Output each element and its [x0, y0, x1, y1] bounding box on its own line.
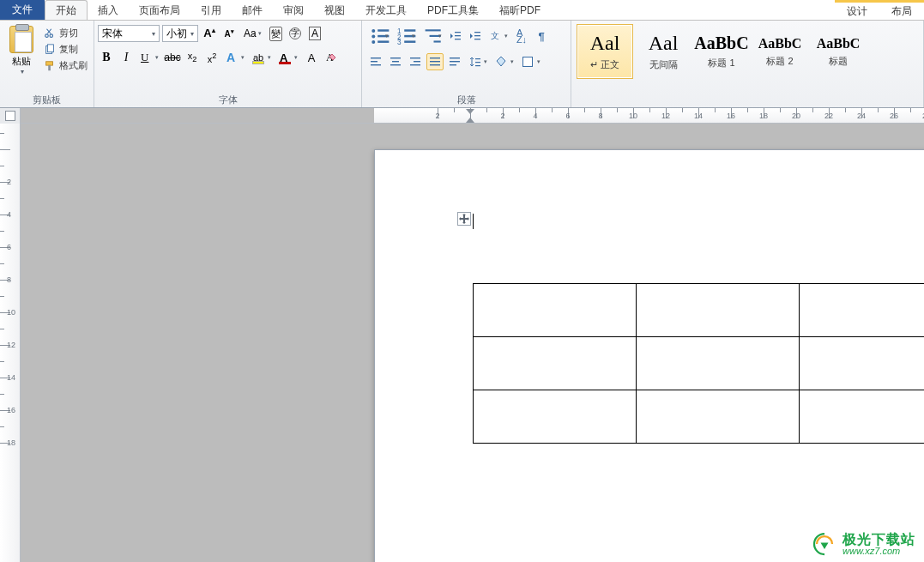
style-标题 2[interactable]: AaBbC标题 2 — [752, 24, 808, 79]
char-shading-button[interactable]: A — [303, 49, 320, 66]
align-center-icon — [390, 56, 402, 68]
context-tabs: 设计布局 — [835, 0, 924, 20]
style-label: 标题 1 — [708, 57, 734, 69]
svg-rect-21 — [434, 40, 441, 42]
svg-rect-39 — [430, 61, 440, 62]
show-marks-button[interactable]: ¶ — [533, 27, 550, 45]
tab-开发工具[interactable]: 开发工具 — [355, 0, 417, 20]
shading-button[interactable]: ▾ — [492, 53, 516, 70]
style-标题 1[interactable]: AaBbC标题 1 — [693, 24, 750, 79]
svg-rect-19 — [426, 29, 441, 31]
bullets-button[interactable]: ▾ — [367, 27, 391, 45]
table-cell[interactable] — [474, 337, 637, 390]
align-justify-icon — [429, 56, 441, 68]
vertical-ruler[interactable]: 24681012141618 — [0, 124, 21, 562]
table-cell[interactable] — [800, 284, 925, 337]
svg-rect-46 — [475, 65, 480, 66]
style-标题[interactable]: AaBbC标题 — [810, 24, 867, 79]
table-move-handle[interactable] — [457, 212, 471, 226]
numbering-button[interactable]: 123▾ — [394, 27, 418, 45]
table-cell[interactable] — [474, 390, 637, 444]
group-styles: Aal↵ 正文Aal无间隔AaBbC标题 1AaBbC标题 2AaBbC标题 — [571, 21, 924, 107]
svg-rect-31 — [371, 64, 381, 65]
subscript-button[interactable]: x2 — [184, 49, 201, 66]
sort-button[interactable]: AZ↓ — [513, 27, 530, 45]
underline-button[interactable]: U▾ — [137, 49, 161, 66]
tab-PDF工具集[interactable]: PDF工具集 — [417, 0, 489, 20]
phonetic-guide-button[interactable]: 變 — [267, 25, 284, 42]
dec-indent-icon — [450, 30, 462, 42]
svg-rect-34 — [390, 64, 401, 65]
clear-format-button[interactable]: A — [323, 49, 340, 66]
table-cell[interactable] — [637, 390, 800, 444]
align-distribute-button[interactable] — [446, 53, 463, 70]
tab-file[interactable]: 文件 — [0, 0, 45, 20]
svg-rect-29 — [371, 57, 381, 58]
tab-引用[interactable]: 引用 — [190, 0, 232, 20]
tab-视图[interactable]: 视图 — [314, 0, 355, 20]
tab-开始[interactable]: 开始 — [45, 0, 88, 20]
table-cell[interactable] — [637, 337, 800, 390]
italic-button[interactable]: I — [118, 49, 135, 66]
context-tab-设计[interactable]: 设计 — [835, 3, 879, 20]
align-center-button[interactable] — [387, 53, 404, 70]
style-正文[interactable]: Aal↵ 正文 — [577, 24, 633, 79]
align-left-button[interactable] — [367, 53, 384, 70]
text-direction-icon: 文 — [490, 30, 502, 42]
align-right-button[interactable] — [407, 53, 424, 70]
table-cell[interactable] — [474, 284, 637, 337]
svg-rect-41 — [450, 57, 460, 58]
strike-button[interactable]: abc — [164, 49, 181, 66]
font-color-button[interactable]: A▾ — [276, 49, 300, 66]
cut-button[interactable]: 剪切 — [41, 26, 90, 40]
clipboard-group-label: 剪贴板 — [3, 92, 90, 106]
inc-indent-button[interactable] — [467, 27, 484, 45]
table-cell[interactable] — [800, 390, 925, 444]
group-clipboard: 粘贴 ▾ 剪切 复制 — [0, 21, 94, 107]
paste-button[interactable]: 粘贴 ▾ — [3, 22, 39, 79]
document-canvas[interactable] — [21, 124, 924, 562]
change-case-button[interactable]: Aa▾ — [240, 25, 264, 42]
enclose-char-button[interactable]: 字 — [287, 25, 304, 42]
dec-indent-button[interactable] — [447, 27, 464, 45]
table-cell[interactable] — [800, 337, 925, 390]
align-justify-button[interactable] — [426, 53, 444, 70]
shrink-font-button[interactable]: A▾ — [220, 25, 238, 42]
text-effects-button[interactable]: A▾ — [223, 49, 247, 66]
tab-页面布局[interactable]: 页面布局 — [129, 0, 190, 20]
ruler-row: 2246810121416182022242628303234363840 — [0, 108, 924, 124]
styles-gallery[interactable]: Aal↵ 正文Aal无间隔AaBbC标题 1AaBbC标题 2AaBbC标题 — [575, 22, 920, 79]
cut-label: 剪切 — [59, 27, 78, 39]
table-cell[interactable] — [637, 284, 800, 337]
svg-rect-5 — [48, 65, 51, 70]
font-size-combo[interactable]: 小初▾ — [162, 25, 198, 42]
context-tab-布局[interactable]: 布局 — [879, 3, 924, 20]
highlight-button[interactable]: ab▾ — [250, 49, 274, 66]
svg-rect-38 — [430, 57, 440, 58]
style-label: 标题 — [829, 55, 848, 68]
horizontal-ruler[interactable]: 2246810121416182022242628303234363840 — [374, 108, 924, 123]
copy-button[interactable]: 复制 — [41, 42, 90, 57]
multilevel-button[interactable]: ▾ — [420, 27, 444, 45]
tab-selector[interactable] — [0, 108, 21, 124]
svg-point-1 — [50, 33, 53, 37]
paste-label: 粘贴 — [12, 55, 31, 68]
document-table[interactable] — [473, 283, 924, 444]
tab-福昕PDF[interactable]: 福昕PDF — [489, 0, 551, 20]
svg-rect-8 — [377, 29, 389, 31]
char-border-button[interactable]: A — [306, 25, 323, 42]
font-name-combo[interactable]: 宋体▾ — [98, 25, 160, 42]
tab-插入[interactable]: 插入 — [88, 0, 129, 20]
bold-button[interactable]: B — [98, 49, 115, 66]
tab-审阅[interactable]: 审阅 — [273, 0, 314, 20]
style-无间隔[interactable]: Aal无间隔 — [635, 24, 691, 79]
tab-邮件[interactable]: 邮件 — [232, 0, 273, 20]
text-direction-button[interactable]: 文▾ — [486, 27, 510, 45]
superscript-button[interactable]: x2 — [203, 49, 220, 66]
paste-dropdown[interactable]: ▾ — [21, 68, 24, 76]
svg-rect-45 — [475, 62, 480, 63]
grow-font-button[interactable]: A▴ — [201, 25, 218, 42]
format-painter-button[interactable]: 格式刷 — [41, 58, 90, 73]
line-spacing-button[interactable]: ▾ — [466, 53, 490, 70]
borders-button[interactable]: ▾ — [519, 53, 543, 70]
